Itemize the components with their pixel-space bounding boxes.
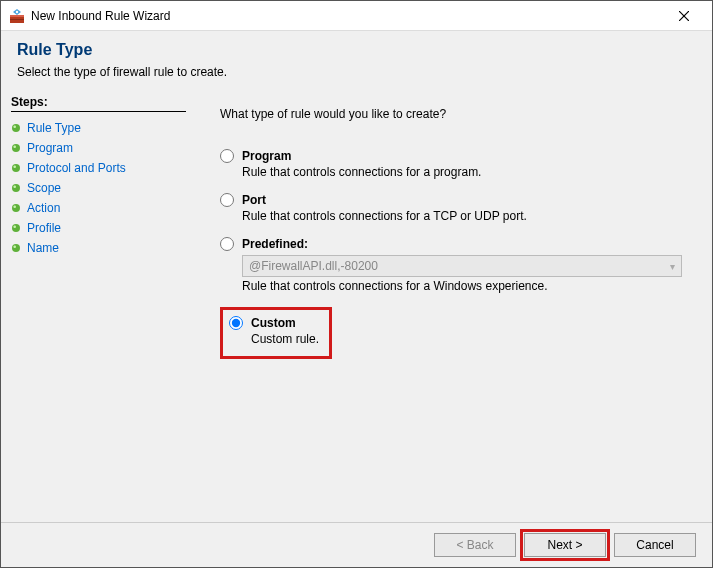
svg-point-3	[16, 10, 18, 12]
svg-point-11	[13, 165, 16, 168]
step-bullet-icon	[11, 243, 21, 253]
radio-custom[interactable]	[229, 316, 243, 330]
option-port-desc: Rule that controls connections for a TCP…	[242, 209, 694, 223]
svg-point-9	[13, 145, 16, 148]
option-program-desc: Rule that controls connections for a pro…	[242, 165, 694, 179]
step-label: Rule Type	[27, 121, 81, 135]
svg-point-18	[12, 244, 20, 252]
step-bullet-icon	[11, 163, 21, 173]
svg-point-16	[12, 224, 20, 232]
chevron-down-icon: ▾	[670, 261, 675, 272]
close-button[interactable]	[664, 2, 704, 30]
svg-point-17	[13, 225, 16, 228]
page-header: Rule Type Select the type of firewall ru…	[1, 31, 712, 91]
step-label: Program	[27, 141, 73, 155]
radio-predefined[interactable]	[220, 237, 234, 251]
option-predefined: Predefined: @FirewallAPI.dll,-80200 ▾ Ru…	[220, 237, 694, 293]
step-rule-type[interactable]: Rule Type	[11, 118, 186, 138]
option-port-label: Port	[242, 193, 266, 207]
svg-point-8	[12, 144, 20, 152]
titlebar: New Inbound Rule Wizard	[1, 1, 712, 31]
option-port: Port Rule that controls connections for …	[220, 193, 694, 223]
svg-point-13	[13, 185, 16, 188]
steps-panel: Steps: Rule Type Program Protocol and Po…	[1, 91, 196, 522]
steps-title: Steps:	[11, 95, 186, 112]
step-label: Protocol and Ports	[27, 161, 126, 175]
step-label: Name	[27, 241, 59, 255]
option-predefined-desc: Rule that controls connections for a Win…	[242, 279, 694, 293]
step-bullet-icon	[11, 203, 21, 213]
svg-rect-2	[10, 19, 24, 20]
step-profile[interactable]: Profile	[11, 218, 186, 238]
wizard-window: New Inbound Rule Wizard Rule Type Select…	[0, 0, 713, 568]
page-subtitle: Select the type of firewall rule to crea…	[17, 65, 696, 79]
option-program-row[interactable]: Program	[220, 149, 694, 163]
step-bullet-icon	[11, 223, 21, 233]
option-custom: Custom Custom rule.	[229, 316, 319, 346]
step-label: Action	[27, 201, 60, 215]
next-button[interactable]: Next >	[524, 533, 606, 557]
question-text: What type of rule would you like to crea…	[220, 107, 694, 121]
svg-point-19	[13, 245, 16, 248]
svg-point-12	[12, 184, 20, 192]
option-custom-desc: Custom rule.	[251, 332, 319, 346]
option-program-label: Program	[242, 149, 291, 163]
predefined-select-value: @FirewallAPI.dll,-80200	[249, 259, 378, 273]
step-protocol-ports[interactable]: Protocol and Ports	[11, 158, 186, 178]
main-panel: What type of rule would you like to crea…	[196, 91, 712, 522]
step-bullet-icon	[11, 123, 21, 133]
radio-program[interactable]	[220, 149, 234, 163]
option-predefined-row[interactable]: Predefined:	[220, 237, 694, 251]
cancel-button[interactable]: Cancel	[614, 533, 696, 557]
svg-point-7	[13, 125, 16, 128]
svg-point-15	[13, 205, 16, 208]
radio-port[interactable]	[220, 193, 234, 207]
svg-point-14	[12, 204, 20, 212]
step-bullet-icon	[11, 143, 21, 153]
window-title: New Inbound Rule Wizard	[31, 9, 664, 23]
page-title: Rule Type	[17, 41, 696, 59]
svg-point-6	[12, 124, 20, 132]
step-program[interactable]: Program	[11, 138, 186, 158]
option-custom-label: Custom	[251, 316, 296, 330]
option-custom-row[interactable]: Custom	[229, 316, 319, 330]
step-scope[interactable]: Scope	[11, 178, 186, 198]
step-name[interactable]: Name	[11, 238, 186, 258]
wizard-body: Steps: Rule Type Program Protocol and Po…	[1, 91, 712, 522]
step-bullet-icon	[11, 183, 21, 193]
svg-point-10	[12, 164, 20, 172]
firewall-icon	[9, 8, 25, 24]
predefined-select[interactable]: @FirewallAPI.dll,-80200 ▾	[242, 255, 682, 277]
option-port-row[interactable]: Port	[220, 193, 694, 207]
footer: < Back Next > Cancel	[1, 522, 712, 567]
step-action[interactable]: Action	[11, 198, 186, 218]
option-program: Program Rule that controls connections f…	[220, 149, 694, 179]
option-custom-highlight: Custom Custom rule.	[220, 307, 332, 359]
back-button: < Back	[434, 533, 516, 557]
option-predefined-label: Predefined:	[242, 237, 308, 251]
step-label: Profile	[27, 221, 61, 235]
svg-rect-1	[10, 15, 24, 17]
step-label: Scope	[27, 181, 61, 195]
